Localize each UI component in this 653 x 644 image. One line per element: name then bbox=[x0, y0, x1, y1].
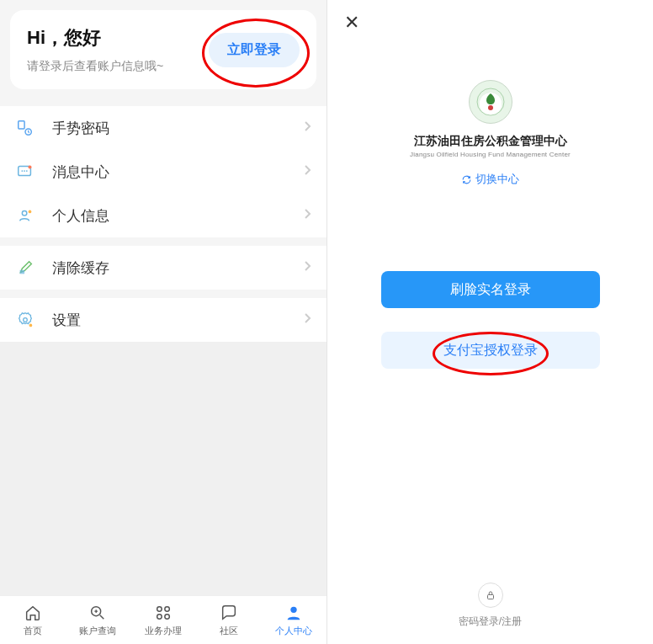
chevron-right-icon bbox=[303, 120, 311, 136]
svg-point-4 bbox=[24, 170, 25, 172]
svg-point-16 bbox=[165, 615, 170, 620]
svg-rect-20 bbox=[487, 594, 493, 599]
svg-point-7 bbox=[22, 211, 26, 216]
svg-point-17 bbox=[291, 607, 297, 613]
greeting-card: Hi，您好 请登录后查看账户信息哦~ 立即登录 bbox=[10, 10, 316, 89]
tab-personal[interactable]: 个人中心 bbox=[261, 596, 326, 644]
svg-point-3 bbox=[21, 170, 23, 172]
chevron-right-icon bbox=[303, 164, 311, 179]
face-login-button[interactable]: 刷脸实名登录 bbox=[381, 271, 600, 308]
chevron-right-icon bbox=[303, 312, 311, 327]
menu-label: 清除缓存 bbox=[52, 258, 303, 278]
menu-label: 消息中心 bbox=[52, 162, 303, 182]
chevron-right-icon bbox=[303, 208, 311, 223]
face-login-label: 刷脸实名登录 bbox=[450, 282, 531, 296]
search-doc-icon bbox=[88, 603, 108, 623]
password-login-link[interactable]: 密码登录/注册 bbox=[459, 615, 522, 629]
alipay-login-label: 支付宝授权登录 bbox=[443, 343, 538, 357]
grid-icon bbox=[153, 603, 173, 623]
person-icon bbox=[284, 603, 304, 623]
menu-item-settings[interactable]: 设置 bbox=[0, 298, 326, 342]
org-name-en: Jiangsu Oilfield Housing Fund Management… bbox=[410, 151, 571, 158]
chevron-right-icon bbox=[303, 260, 311, 275]
menu-item-profile[interactable]: 个人信息 bbox=[0, 194, 326, 237]
brush-icon bbox=[15, 258, 35, 278]
tab-account[interactable]: 账户查询 bbox=[66, 596, 131, 644]
org-logo-icon bbox=[469, 80, 512, 124]
gesture-icon bbox=[15, 118, 35, 138]
tab-community[interactable]: 社区 bbox=[196, 596, 262, 644]
svg-point-11 bbox=[29, 324, 33, 327]
svg-point-15 bbox=[157, 615, 162, 620]
content-spacer bbox=[0, 342, 326, 595]
message-icon bbox=[15, 162, 35, 182]
tab-label: 账户查询 bbox=[79, 625, 116, 637]
tab-label: 社区 bbox=[220, 625, 238, 637]
menu-label: 手势密码 bbox=[52, 119, 303, 138]
switch-center-link[interactable]: 切换中心 bbox=[461, 172, 519, 187]
lock-icon[interactable] bbox=[478, 583, 503, 608]
greeting-title: Hi，您好 bbox=[27, 25, 163, 51]
switch-center-label: 切换中心 bbox=[475, 172, 519, 187]
svg-rect-0 bbox=[19, 121, 24, 129]
gear-icon bbox=[15, 310, 35, 330]
tab-bar: 首页 账户查询 业务办理 社区 个人中心 bbox=[0, 595, 326, 644]
chat-icon bbox=[219, 603, 239, 623]
profile-icon bbox=[15, 205, 35, 226]
refresh-icon bbox=[461, 174, 472, 185]
tab-label: 个人中心 bbox=[275, 625, 312, 637]
svg-point-5 bbox=[26, 170, 28, 172]
home-icon bbox=[23, 603, 43, 623]
login-button[interactable]: 立即登录 bbox=[209, 33, 300, 67]
svg-point-13 bbox=[157, 607, 162, 612]
svg-rect-9 bbox=[20, 270, 24, 274]
login-button-label: 立即登录 bbox=[227, 42, 281, 56]
close-button[interactable]: ✕ bbox=[344, 13, 359, 32]
org-name-cn: 江苏油田住房公积金管理中心 bbox=[414, 134, 567, 149]
svg-point-14 bbox=[165, 607, 170, 612]
menu-item-messages[interactable]: 消息中心 bbox=[0, 150, 326, 194]
svg-point-10 bbox=[24, 318, 28, 322]
close-icon: ✕ bbox=[344, 12, 359, 33]
menu-item-gesture[interactable]: 手势密码 bbox=[0, 106, 326, 150]
tab-home[interactable]: 首页 bbox=[0, 596, 66, 644]
svg-point-6 bbox=[28, 165, 31, 168]
alipay-login-button[interactable]: 支付宝授权登录 bbox=[381, 332, 600, 369]
svg-point-8 bbox=[29, 210, 32, 214]
greeting-subtitle: 请登录后查看账户信息哦~ bbox=[27, 59, 163, 74]
tab-label: 业务办理 bbox=[145, 625, 182, 637]
svg-point-19 bbox=[488, 105, 493, 110]
menu-label: 个人信息 bbox=[52, 206, 303, 226]
tab-business[interactable]: 业务办理 bbox=[130, 596, 196, 644]
menu-label: 设置 bbox=[52, 311, 303, 330]
tab-label: 首页 bbox=[24, 625, 42, 637]
menu-item-cache[interactable]: 清除缓存 bbox=[0, 246, 326, 290]
